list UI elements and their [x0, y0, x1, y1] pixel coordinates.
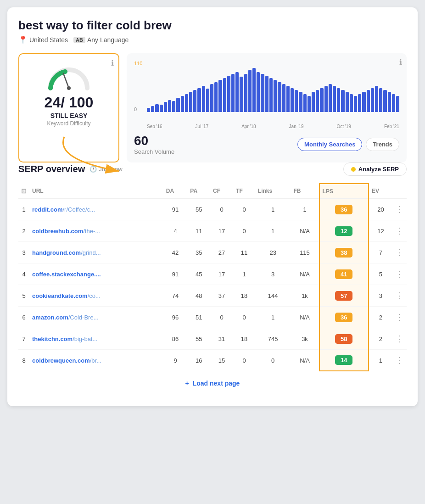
table-row: 6 amazon.com/Cold-Bre... 96 51 0 0 1 N/A…	[18, 307, 407, 328]
chart-bar	[350, 94, 353, 112]
serp-header: SERP overview 🕐 Just now Analyze SERP	[18, 162, 407, 176]
chart-bar	[295, 90, 298, 112]
table-row: 8 coldbrewqueen.com/br... 9 16 15 0 0 N/…	[18, 350, 407, 371]
serp-title: SERP overview	[18, 164, 85, 174]
da-cell: 4	[163, 220, 188, 242]
chart-bar	[286, 86, 290, 112]
url-link[interactable]: handground.com/grind...	[32, 249, 101, 256]
url-link[interactable]: reddit.com/r/Coffee/c...	[32, 206, 95, 213]
chart-y-min: 0	[134, 106, 137, 112]
chart-info-icon[interactable]: ℹ	[399, 58, 402, 67]
chart-bar	[308, 96, 311, 112]
tf-cell: 11	[233, 242, 255, 263]
links-cell: 144	[255, 285, 291, 307]
chart-bar	[274, 80, 277, 112]
chart-tabs: Monthly Searches Trends	[297, 138, 399, 151]
kd-difficulty-label: STILL EASY	[50, 112, 88, 119]
analyze-serp-button[interactable]: Analyze SERP	[343, 162, 407, 176]
ev-cell: 7	[369, 242, 392, 263]
more-options-button[interactable]: ⋮	[395, 226, 404, 235]
search-volume-number: 60	[134, 134, 174, 148]
more-options-button[interactable]: ⋮	[395, 356, 404, 365]
fb-cell: 1	[291, 199, 319, 220]
da-cell: 96	[163, 307, 188, 328]
chart-bottom: 60 Search Volume Monthly Searches Trends	[134, 134, 399, 155]
url-path: /grind...	[81, 249, 101, 256]
url-cell: coldbrewqueen.com/br...	[29, 350, 163, 371]
expand-icon: ⊡	[21, 187, 27, 195]
url-cell: thekitchn.com/big-bat...	[29, 328, 163, 350]
chart-bar	[265, 76, 268, 112]
kd-card: ℹ 24/ 100 STILL EASY Keyword Difficulty	[18, 53, 119, 162]
chart-bar	[151, 106, 154, 112]
chart-x-label: Jan '19	[289, 124, 304, 129]
chart-bar	[354, 96, 357, 112]
fb-cell: N/A	[291, 350, 319, 371]
chart-bar	[375, 86, 378, 112]
links-cell: 745	[255, 328, 291, 350]
more-options-button[interactable]: ⋮	[395, 313, 404, 322]
url-cell: coldbrewhub.com/the-...	[29, 220, 163, 242]
rank-cell: 3	[18, 242, 29, 263]
more-options-button[interactable]: ⋮	[395, 248, 404, 257]
url-link[interactable]: coffee.stackexchange....	[32, 271, 101, 278]
chart-bar	[299, 92, 302, 112]
location-pin-icon: 📍	[18, 35, 28, 44]
pa-cell: 51	[187, 307, 210, 328]
tf-cell: 0	[233, 220, 255, 242]
chart-bar	[202, 86, 205, 112]
url-link[interactable]: amazon.com/Cold-Bre...	[32, 314, 99, 321]
load-next-page[interactable]: + Load next page	[18, 371, 407, 395]
chart-bar	[155, 104, 158, 112]
tf-cell: 1	[233, 263, 255, 285]
chart-bar	[379, 88, 382, 112]
da-cell: 74	[163, 285, 188, 307]
location-label: United States	[29, 36, 68, 44]
tab-trends[interactable]: Trends	[366, 138, 399, 151]
kd-info-icon[interactable]: ℹ	[111, 59, 114, 67]
serp-time-label: Just now	[99, 166, 122, 173]
more-options-button[interactable]: ⋮	[395, 334, 404, 343]
chart-x-labels: Sep '16Jul '17Apr '18Jan '19Oct '19Feb '…	[134, 124, 399, 129]
cf-cell: 27	[210, 242, 233, 263]
more-options-button[interactable]: ⋮	[395, 291, 404, 300]
url-link[interactable]: cookieandkate.com/co...	[32, 292, 101, 299]
language-label: Any Language	[87, 36, 129, 44]
lps-badge: 12	[335, 226, 352, 236]
url-domain: reddit.com	[32, 206, 62, 213]
table-row: 5 cookieandkate.com/co... 74 48 37 18 14…	[18, 285, 407, 307]
chart-bar	[189, 92, 192, 112]
tab-monthly-searches[interactable]: Monthly Searches	[297, 138, 362, 151]
th-url: URL	[29, 184, 163, 199]
cf-cell: 0	[210, 199, 233, 220]
chart-bar	[303, 94, 307, 112]
more-options-button[interactable]: ⋮	[395, 205, 404, 214]
lps-badge: 38	[335, 248, 352, 258]
chart-bar	[396, 96, 399, 112]
pa-cell: 48	[187, 285, 210, 307]
lps-badge: 36	[335, 205, 352, 214]
url-link[interactable]: coldbrewqueen.com/br...	[32, 357, 101, 364]
more-options-button[interactable]: ⋮	[395, 269, 404, 279]
tf-cell: 18	[233, 285, 255, 307]
lps-badge: 14	[335, 355, 352, 365]
chart-bar	[214, 82, 218, 112]
ev-cell: 2	[369, 328, 392, 350]
chart-x-label: Jul '17	[196, 124, 209, 129]
location-bar: 📍 United States AB Any Language	[18, 35, 407, 44]
chart-bar	[240, 77, 243, 112]
links-cell: 0	[255, 350, 291, 371]
tf-cell: 0	[233, 307, 255, 328]
metrics-row: ℹ 24/ 100 STILL EASY Keyword Difficulty	[18, 53, 407, 162]
rank-cell: 2	[18, 220, 29, 242]
url-link[interactable]: coldbrewhub.com/the-...	[32, 228, 100, 235]
clock-icon: 🕐	[89, 166, 97, 173]
url-domain: amazon.com	[32, 314, 68, 321]
table-row: 7 thekitchn.com/big-bat... 86 55 31 18 7…	[18, 328, 407, 350]
url-link[interactable]: thekitchn.com/big-bat...	[32, 336, 97, 342]
chart-bar	[362, 92, 365, 112]
fb-cell: N/A	[291, 263, 319, 285]
th-expand: ⊡	[18, 184, 29, 199]
table-row: 2 coldbrewhub.com/the-... 4 11 17 0 1 N/…	[18, 220, 407, 242]
chart-x-label: Oct '19	[337, 124, 351, 129]
